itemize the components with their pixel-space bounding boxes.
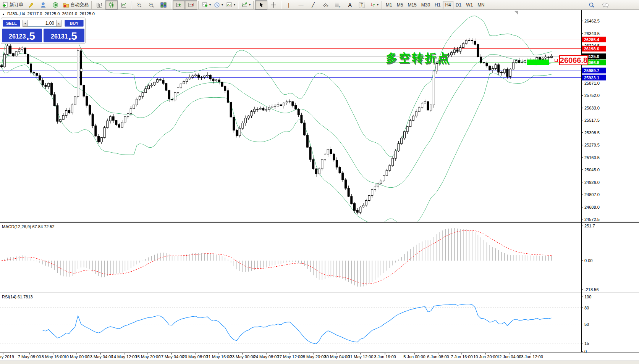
- trendline-tool-button[interactable]: ╱: [307, 0, 319, 10]
- candlestick-icon: [108, 2, 115, 8]
- toolbar-separator: [238, 1, 239, 9]
- time-axis-label: 8 May 16:00: [42, 354, 65, 359]
- volume-decrease-button[interactable]: ▼: [23, 20, 28, 27]
- time-axis-label: 23 May 00:00: [230, 354, 256, 359]
- highlight-rectangle[interactable]: [527, 60, 549, 65]
- time-axis-label: 14 May 12:00: [112, 354, 137, 359]
- price-badge-label: 26198.6: [584, 47, 599, 51]
- new-order-button[interactable]: 新订单: [1, 0, 25, 10]
- volume-increase-button[interactable]: ▲: [56, 20, 61, 27]
- toolbar-separator: [91, 1, 92, 9]
- auto-trading-button[interactable]: 自动交易: [61, 0, 90, 10]
- price-callout-box[interactable]: 26066.8: [559, 55, 588, 65]
- clock-icon: [214, 2, 220, 8]
- zoom-in-icon: [136, 2, 142, 8]
- rsi-scale-label: 50: [584, 322, 589, 327]
- time-axis-label: 13 Jun 12:00: [519, 354, 543, 359]
- marketplace-button[interactable]: [25, 0, 37, 10]
- time-axis-label: 30 May 04:00: [324, 354, 350, 359]
- templates-button[interactable]: ▾: [225, 0, 237, 10]
- trendline-icon: ╱: [312, 2, 315, 8]
- arrows-tool-button[interactable]: ▾: [368, 0, 380, 10]
- timeframe-m1[interactable]: M1: [383, 1, 395, 9]
- rsi-indicator-label: RSI(14) 61.7813: [2, 295, 33, 299]
- timeframe-mn[interactable]: MN: [475, 1, 487, 9]
- sell-price-main: 26123: [9, 32, 26, 42]
- community-button[interactable]: [37, 0, 49, 10]
- timeframe-m30[interactable]: M30: [419, 1, 432, 9]
- buy-price-frac: .5: [68, 31, 77, 42]
- bar-chart-mode-button[interactable]: [93, 0, 105, 10]
- search-icon: [589, 2, 595, 8]
- tile-windows-button[interactable]: [157, 0, 170, 10]
- crosshair-icon: [270, 2, 277, 8]
- svg-text:F: F: [339, 5, 340, 8]
- new-chart-icon: [202, 2, 208, 8]
- price-tick-label: 24926.0: [584, 180, 600, 185]
- buy-price-button[interactable]: 26131 .5: [44, 29, 84, 42]
- buy-price-main: 26131: [51, 32, 68, 42]
- candle-chart-mode-button[interactable]: [105, 0, 118, 10]
- time-axis-label: 6 Jun 08:00: [427, 354, 449, 359]
- chart-shift-marker[interactable]: [514, 11, 518, 15]
- symbol-period-label: DJ30-,H4: [7, 11, 25, 16]
- rsi-scale-label: 15: [584, 341, 589, 346]
- indicators-button[interactable]: ▾: [240, 0, 252, 10]
- price-tick-label: 26462.5: [584, 19, 600, 23]
- crosshair-tool-button[interactable]: [267, 0, 280, 10]
- chart-annotation-text[interactable]: 多空转折点: [386, 50, 451, 66]
- chat-button[interactable]: [599, 0, 611, 10]
- dropdown-arrow-icon: ▾: [222, 3, 223, 6]
- time-axis-label: 28 May 20:00: [301, 354, 326, 359]
- price-tick-label: 24572.5: [584, 217, 600, 222]
- chart-shift-button[interactable]: [185, 0, 197, 10]
- price-tick-label: 24807.0: [584, 192, 600, 197]
- chart-area[interactable]: 26462.526343.526224.526105.525871.025752…: [0, 0, 639, 364]
- vertical-line-tool-button[interactable]: |: [283, 0, 295, 10]
- buy-button[interactable]: BUY: [65, 20, 84, 27]
- sell-price-button[interactable]: 26123 .5: [2, 29, 42, 42]
- bollinger-band-mid: [2, 53, 552, 187]
- text-label-icon: T: [359, 2, 366, 8]
- fibonacci-tool-button[interactable]: F: [332, 0, 344, 10]
- indicators-icon: [241, 2, 248, 8]
- toolbar-separator: [281, 1, 281, 9]
- label-tool-button[interactable]: T: [356, 0, 368, 10]
- tile-windows-icon: [160, 2, 167, 8]
- price-badge-label: 26285.4: [584, 37, 600, 42]
- new-chart-button[interactable]: ▾: [200, 0, 212, 10]
- signals-button[interactable]: [49, 0, 61, 10]
- price-callout-value: 26066.8: [560, 56, 587, 65]
- timeframe-h1[interactable]: H1: [432, 1, 443, 9]
- timeframe-d1[interactable]: D1: [453, 1, 464, 9]
- sell-button[interactable]: SELL: [3, 20, 20, 27]
- zoom-in-button[interactable]: [133, 0, 145, 10]
- time-axis-label: 20 May 08:00: [183, 354, 208, 359]
- panel-collapse-arrow[interactable]: ▲: [2, 13, 5, 16]
- price-tick-label: 26343.5: [584, 31, 600, 36]
- line-chart-mode-button[interactable]: [118, 0, 130, 10]
- hline-drag-handle[interactable]: [80, 68, 83, 72]
- timeframe-m5[interactable]: M5: [395, 1, 406, 9]
- line-chart-icon: [121, 2, 127, 8]
- volume-input[interactable]: 1.00: [28, 20, 56, 27]
- timeframe-m15[interactable]: M15: [405, 1, 419, 9]
- horizontal-line-tool-button[interactable]: —: [295, 0, 307, 10]
- high-value: 26125.0: [45, 11, 60, 16]
- auto-scroll-button[interactable]: [173, 0, 185, 10]
- time-axis-label: 12 Jun 04:00: [497, 354, 521, 359]
- time-axis-label: 7 May 08:00: [18, 354, 41, 359]
- cursor-tool-button[interactable]: [255, 0, 267, 10]
- time-axis-label: 17 May 04:00: [159, 354, 184, 359]
- zoom-out-button[interactable]: [145, 0, 157, 10]
- timeframe-w1[interactable]: W1: [464, 1, 475, 9]
- macd-scale-label: 251.7: [584, 224, 595, 228]
- timeframe-h4[interactable]: H4: [443, 1, 453, 9]
- channel-tool-button[interactable]: E: [319, 0, 332, 10]
- periods-button[interactable]: ▾: [212, 0, 225, 10]
- search-button[interactable]: [586, 0, 598, 10]
- price-badge-label: 25989.7: [584, 68, 599, 73]
- macd-scale-label: 0.00: [584, 258, 592, 263]
- text-tool-button[interactable]: A: [344, 0, 356, 10]
- low-value: 26101.0: [62, 11, 77, 16]
